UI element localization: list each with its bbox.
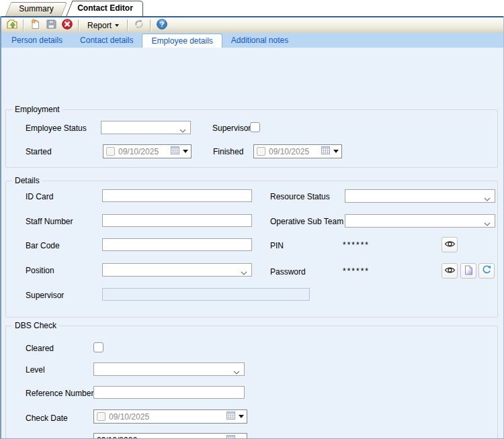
document-tabbar: Summary Contact Editor bbox=[0, 0, 504, 16]
open-folder-go-icon bbox=[6, 18, 18, 32]
refresh-icon bbox=[133, 18, 145, 32]
dropdown-caret-icon bbox=[333, 150, 339, 153]
password-regenerate-button[interactable] bbox=[478, 263, 495, 279]
tab-additional-notes[interactable]: Additional notes bbox=[222, 34, 297, 48]
password-copy-button[interactable] bbox=[460, 263, 476, 279]
help-button[interactable]: ? bbox=[155, 19, 169, 32]
report-label: Report bbox=[87, 21, 112, 30]
tab-person-details[interactable]: Person details bbox=[3, 34, 71, 48]
tab-employee-details[interactable]: Employee details bbox=[142, 34, 222, 48]
chevron-down-icon bbox=[484, 219, 491, 228]
operative-sub-team-label: Operative Sub Team bbox=[270, 217, 343, 226]
help-icon: ? bbox=[156, 18, 168, 32]
open-folder-go-button[interactable] bbox=[5, 19, 19, 32]
reference-number-input[interactable] bbox=[93, 386, 245, 399]
details-legend: Details bbox=[12, 176, 42, 185]
employee-details-panel: Employment Employee Status Supervisor St… bbox=[0, 48, 504, 439]
employment-legend: Employment bbox=[12, 105, 62, 114]
finished-enable-checkbox[interactable] bbox=[257, 147, 265, 156]
password-masked-value: ****** bbox=[343, 266, 370, 276]
dropdown-caret-icon bbox=[115, 24, 119, 27]
level-label: Level bbox=[26, 365, 45, 375]
reference-number-label: Reference Number bbox=[26, 389, 93, 398]
tab-contact-editor-label: Contact Editor bbox=[67, 1, 143, 16]
dbs-check-groupbox: DBS Check bbox=[5, 326, 498, 439]
refresh-blue-icon bbox=[482, 265, 491, 277]
started-label: Started bbox=[26, 147, 52, 156]
toolbar: Report ? bbox=[0, 16, 504, 33]
dbs-check-legend: DBS Check bbox=[12, 321, 59, 330]
toolbar-separator bbox=[150, 19, 151, 32]
tab-contact-editor[interactable]: Contact Editor bbox=[67, 1, 143, 16]
password-label: Password bbox=[270, 267, 306, 277]
resource-status-label: Resource Status bbox=[270, 192, 330, 201]
contact-editor-window: Summary Contact Editor bbox=[0, 0, 504, 439]
calendar-icon bbox=[171, 146, 179, 156]
detail-tabstrip: Person details Contact details Employee … bbox=[0, 33, 504, 48]
employee-status-label: Employee Status bbox=[26, 124, 87, 133]
chevron-down-icon bbox=[233, 367, 240, 377]
toolbar-separator bbox=[127, 19, 128, 32]
employment-groupbox: Employment bbox=[5, 109, 498, 168]
password-reveal-button[interactable] bbox=[442, 263, 458, 279]
check-date-label: Check Date bbox=[26, 413, 68, 423]
employee-status-combobox[interactable] bbox=[101, 121, 191, 134]
svg-text:?: ? bbox=[160, 20, 164, 28]
level-combobox[interactable] bbox=[93, 362, 245, 376]
position-combobox[interactable] bbox=[102, 263, 252, 277]
save-icon bbox=[45, 18, 57, 32]
check-date-datepicker[interactable]: 09/10/2025 bbox=[93, 409, 247, 424]
chevron-down-icon bbox=[179, 126, 186, 135]
resource-status-combobox[interactable] bbox=[345, 189, 495, 203]
cancel-button[interactable] bbox=[60, 19, 74, 32]
pin-masked-value: ****** bbox=[343, 240, 370, 250]
new-document-icon bbox=[29, 18, 41, 32]
toolbar-separator bbox=[78, 19, 79, 32]
tab-summary[interactable]: Summary bbox=[8, 2, 65, 16]
window-border-left bbox=[0, 16, 1, 439]
report-dropdown-button[interactable]: Report bbox=[83, 19, 123, 32]
chevron-down-icon bbox=[484, 194, 491, 203]
staff-number-input[interactable] bbox=[102, 214, 252, 227]
eye-icon bbox=[444, 240, 456, 250]
check-date-value: 09/10/2025 bbox=[109, 412, 223, 422]
started-enable-checkbox[interactable] bbox=[106, 147, 115, 156]
tab-contact-details[interactable]: Contact details bbox=[71, 34, 142, 48]
pin-label: PIN bbox=[270, 241, 284, 250]
details-supervisor-label: Supervisor bbox=[26, 291, 64, 300]
operative-sub-team-combobox[interactable] bbox=[345, 214, 495, 228]
chevron-down-icon bbox=[241, 268, 247, 277]
position-label: Position bbox=[26, 266, 54, 275]
finished-date-value: 09/10/2025 bbox=[269, 147, 318, 156]
bar-code-input[interactable] bbox=[102, 238, 252, 251]
check-date-enable-checkbox[interactable] bbox=[97, 412, 106, 421]
started-datepicker[interactable]: 09/10/2025 bbox=[103, 144, 192, 158]
cancel-icon bbox=[61, 18, 73, 32]
details-supervisor-input bbox=[102, 288, 310, 301]
refresh-button[interactable] bbox=[132, 19, 146, 32]
new-document-button[interactable] bbox=[28, 19, 42, 32]
supervisor-checkbox[interactable] bbox=[250, 122, 260, 132]
supervisor-label: Supervisor bbox=[212, 124, 251, 133]
finished-datepicker[interactable]: 09/10/2025 bbox=[253, 144, 342, 158]
calendar-icon bbox=[321, 146, 330, 156]
copy-document-icon bbox=[464, 265, 473, 277]
started-date-value: 09/10/2025 bbox=[118, 147, 167, 156]
pin-reveal-button[interactable] bbox=[442, 237, 458, 252]
eye-icon bbox=[444, 266, 456, 277]
bar-code-label: Bar Code bbox=[26, 241, 60, 250]
finished-label: Finished bbox=[213, 147, 243, 156]
dropdown-caret-icon bbox=[239, 415, 244, 418]
staff-number-label: Staff Number bbox=[26, 217, 73, 226]
calendar-icon bbox=[226, 411, 235, 422]
cleared-checkbox[interactable] bbox=[93, 342, 103, 352]
toolbar-separator bbox=[23, 19, 24, 32]
dropdown-caret-icon bbox=[183, 150, 188, 153]
tab-summary-label: Summary bbox=[8, 2, 65, 16]
save-button[interactable] bbox=[44, 19, 58, 32]
id-card-input[interactable] bbox=[102, 189, 252, 202]
cleared-label: Cleared bbox=[26, 344, 54, 353]
id-card-label: ID Card bbox=[26, 192, 53, 201]
